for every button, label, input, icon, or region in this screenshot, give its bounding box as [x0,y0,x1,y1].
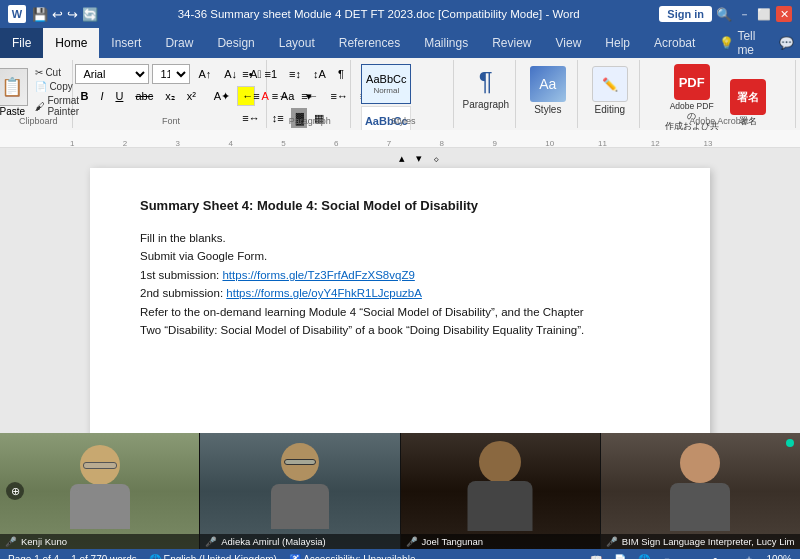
video-tile-4[interactable]: 🎤 BIM Sign Language Interpreter, Lucy Li… [601,433,800,549]
video-bg-2 [200,433,399,549]
tab-insert[interactable]: Insert [99,28,153,58]
paragraph-group: ≡• ≡1 ≡↕ ↕A ¶ ←≡ ≡→ ≡← ≡↔ ≡→ ≡↔ ↕≡ ▓ ▦ P… [269,60,351,128]
save-icon[interactable]: 💾 [32,7,48,22]
tab-mailings[interactable]: Mailings [412,28,480,58]
align-left-button[interactable]: ≡← [296,86,323,106]
ribbon-content: 📋 Paste ✂ Cut 📄 Copy 🖌 Format Painter Cl… [0,58,800,130]
video-label-2: 🎤 Adieka Amirul (Malaysia) [200,534,399,549]
video-bg-4 [601,433,800,549]
title-bar: W 💾 ↩ ↪ 🔄 34-36 Summary sheet Module 4 D… [0,0,800,28]
tab-draw[interactable]: Draw [153,28,205,58]
paragraph-big-button[interactable]: ¶ Paragraph [456,62,515,126]
strikethrough-button[interactable]: abc [130,86,158,106]
restore-button[interactable]: ⬜ [756,6,772,22]
tab-references[interactable]: References [327,28,412,58]
zoom-in-button[interactable]: ＋ [744,552,754,559]
redo-icon[interactable]: ↪ [67,7,78,22]
minimize-button[interactable]: － [736,6,752,22]
mic-icon-1: 🎤 [5,536,17,547]
tab-file[interactable]: File [0,28,43,58]
paste-icon: 📋 [0,68,28,106]
editing-big-button[interactable]: ✏️ Editing [586,62,634,131]
bullets-button[interactable]: ≡• [237,64,257,84]
tab-review[interactable]: Review [480,28,543,58]
zoom-level[interactable]: 100% [766,554,792,560]
styles-down-button[interactable]: ▾ [411,148,427,168]
auto-save-icon[interactable]: 🔄 [82,7,98,22]
tab-acrobat[interactable]: Acrobat [642,28,707,58]
editing-big-label: Editing [595,104,626,115]
video-tile-2[interactable]: 🎤 Adieka Amirul (Malaysia) [200,433,399,549]
word-icon: W [8,5,26,23]
indent-decrease-button[interactable]: ←≡ [237,86,264,106]
show-marks-button[interactable]: ¶ [333,64,349,84]
paragraph-big-group: ¶ Paragraph [456,60,516,128]
superscript-button[interactable]: x² [182,86,201,106]
quick-access-toolbar: 💾 ↩ ↪ 🔄 [32,7,98,22]
document-area[interactable]: Summary Sheet 4: Module 4: Social Model … [0,148,800,433]
video-tile-3[interactable]: 🎤 Joel Tangunan [401,433,600,549]
video-tile-1[interactable]: ⊕ 🎤 Kenji Kuno [0,433,199,549]
zoom-out-button[interactable]: － [662,552,672,559]
doc-link1[interactable]: https://forms.gle/Tz3FrfAdFzXS8vqZ9 [222,269,414,281]
paste-button[interactable]: 📋 Paste [0,66,30,119]
adobe-pdf-icon: PDF [674,64,710,100]
comments-icon[interactable]: 💬 [767,28,800,58]
glasses-1 [83,462,117,469]
title-bar-controls: Sign in 🔍 － ⬜ ✕ [659,6,792,22]
mic-icon-3: 🎤 [406,536,418,547]
tab-home[interactable]: Home [43,28,99,58]
font-size-select[interactable]: 11 [152,64,190,84]
zoom-dot-1: ⊕ [6,482,24,500]
align-center-button[interactable]: ≡↔ [326,86,353,106]
language-indicator: 🌐 English (United Kingdom) [149,554,277,560]
video-bg-3 [401,433,600,549]
tab-design[interactable]: Design [205,28,266,58]
underline-button[interactable]: U [110,86,128,106]
zoom-slider[interactable]: ────●── [684,554,733,560]
text-effects-button[interactable]: A✦ [209,86,235,106]
search-icon[interactable]: 🔍 [716,7,732,22]
view-print-icon[interactable]: 📄 [614,554,626,560]
page-indicator: Page 1 of 4 [8,554,59,560]
tab-view[interactable]: View [544,28,594,58]
doc-line2: Submit via Google Form. [140,247,660,265]
person-head-4 [680,443,720,483]
justify-button[interactable]: ≡↔ [237,108,264,128]
view-read-icon[interactable]: 📖 [590,554,602,560]
subscript-button[interactable]: x₂ [160,86,180,106]
document-page: Summary Sheet 4: Module 4: Social Model … [90,168,710,433]
sort-button[interactable]: ↕A [308,64,331,84]
editing-big-icon: ✏️ [592,66,628,102]
view-web-icon[interactable]: 🌐 [638,554,650,560]
indent-increase-button[interactable]: ≡→ [267,86,294,106]
language-icon: 🌐 [149,554,161,560]
styles-big-button[interactable]: Aa Styles [524,62,572,131]
italic-button[interactable]: I [95,86,108,106]
mic-icon-4: 🎤 [606,536,618,547]
styles-up-button[interactable]: ▴ [394,148,410,168]
person-body-4 [670,483,730,531]
sign-in-button[interactable]: Sign in [659,6,712,22]
numbering-button[interactable]: ≡1 [260,64,283,84]
tell-me[interactable]: 💡 Tell me [707,28,767,58]
lightbulb-icon: 💡 [719,36,734,50]
status-left: Page 1 of 4 1 of 770 words 🌐 English (Un… [8,554,415,560]
tab-layout[interactable]: Layout [267,28,327,58]
doc-link2[interactable]: https://forms.gle/oyY4FhkR1LJcpuzbA [226,287,422,299]
styles-expand-button[interactable]: ⬦ [428,148,445,168]
video-area: ⊕ 🎤 Kenji Kuno 🎤 Adieka Amirul (Malaysia… [0,433,800,549]
doc-line4: 2nd submission: https://forms.gle/oyY4Fh… [140,284,660,302]
style-normal[interactable]: AaBbCc Normal [361,64,411,104]
clipboard-label: Clipboard [4,116,72,126]
active-dot-4 [786,439,794,447]
adobe-group: PDF Adobe PDF の作成および共有 を依頼 署名 署名 Adobe A… [642,60,796,128]
accessibility-icon: ♿ [289,554,301,560]
multilevel-button[interactable]: ≡↕ [284,64,306,84]
grow-font-button[interactable]: A↑ [193,64,216,84]
undo-icon[interactable]: ↩ [52,7,63,22]
tab-help[interactable]: Help [593,28,642,58]
bold-button[interactable]: B [75,86,93,106]
font-name-select[interactable]: Arial [75,64,149,84]
close-button[interactable]: ✕ [776,6,792,22]
